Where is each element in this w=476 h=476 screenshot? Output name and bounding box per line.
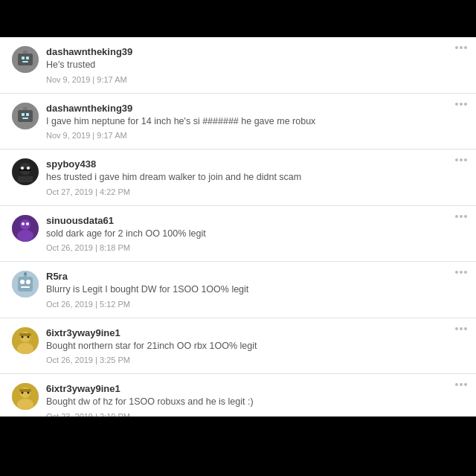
svg-rect-14 <box>19 169 31 171</box>
username: sinuousdata61 <box>46 215 464 226</box>
dot-3 <box>464 215 467 218</box>
svg-point-22 <box>26 222 29 225</box>
username: dashawntheking39 <box>46 103 464 114</box>
dot-2 <box>460 215 463 218</box>
more-options-button[interactable] <box>455 215 467 218</box>
svg-point-16 <box>21 167 24 170</box>
dot-3 <box>464 46 467 49</box>
svg-rect-3 <box>26 57 29 60</box>
comment-body: 6ixtr3yway9ine1 Bought dw of hz for 1SOO… <box>46 383 464 416</box>
comment-item: 6ixtr3yway9ine1 Bought dw of hz for 1SOO… <box>0 374 476 416</box>
timestamp: Oct 26, 2019 | 8:18 PM <box>46 243 464 252</box>
svg-rect-15 <box>18 176 33 182</box>
comment-body: sinuousdata61 sold dark age for 2 inch O… <box>46 215 464 253</box>
svg-point-34 <box>22 335 24 338</box>
svg-rect-27 <box>21 286 30 288</box>
dot-3 <box>464 103 467 106</box>
svg-point-20 <box>17 230 33 242</box>
comment-text: He's trusted <box>46 59 464 72</box>
more-options-button[interactable] <box>455 46 467 49</box>
dot-2 <box>460 327 463 330</box>
avatar <box>12 327 39 354</box>
comment-item: 6ixtr3yway9ine1 Bought northern star for… <box>0 318 476 375</box>
timestamp: Nov 9, 2019 | 9:17 AM <box>46 131 464 140</box>
comment-body: R5ra Blurry is Legit I bought DW for 1SO… <box>46 271 464 309</box>
timestamp: Oct 26, 2019 | 3:25 PM <box>46 356 464 364</box>
svg-rect-10 <box>22 118 28 119</box>
username: 6ixtr3yway9ine1 <box>46 383 464 394</box>
svg-point-19 <box>20 219 30 230</box>
svg-rect-8 <box>22 113 25 116</box>
timestamp: Oct 27, 2019 | 4:22 PM <box>46 187 464 196</box>
dot-2 <box>460 383 463 386</box>
svg-point-26 <box>26 280 30 284</box>
avatar <box>12 383 39 410</box>
dot-1 <box>455 327 458 330</box>
comment-body: dashawntheking39 He's trusted Nov 9, 201… <box>46 46 464 84</box>
svg-point-29 <box>24 272 27 275</box>
dot-2 <box>460 158 463 161</box>
comments-list: dashawntheking39 He's trusted Nov 9, 201… <box>0 37 476 416</box>
svg-point-41 <box>28 392 30 394</box>
svg-point-17 <box>27 167 30 170</box>
avatar <box>12 271 39 298</box>
svg-rect-1 <box>18 54 33 65</box>
dot-3 <box>464 271 467 274</box>
more-options-button[interactable] <box>455 271 467 274</box>
username: dashawntheking39 <box>46 46 464 57</box>
comment-text: Bought northern star for 21inch OO rbx 1… <box>46 340 464 353</box>
comment-body: spyboy438 hes trusted i gave him dream w… <box>46 158 464 196</box>
svg-point-40 <box>22 392 24 394</box>
svg-rect-33 <box>19 333 31 336</box>
avatar <box>12 158 39 185</box>
dot-2 <box>460 46 463 49</box>
username: spyboy438 <box>46 158 464 170</box>
dot-3 <box>464 158 467 161</box>
comment-text: sold dark age for 2 inch OO 100% legit <box>46 228 464 241</box>
dot-2 <box>460 271 463 274</box>
comment-item: dashawntheking39 He's trusted Nov 9, 201… <box>0 37 476 94</box>
svg-rect-39 <box>19 389 31 392</box>
more-options-button[interactable] <box>455 103 467 106</box>
comment-item: sinuousdata61 sold dark age for 2 inch O… <box>0 206 476 263</box>
avatar <box>12 215 39 242</box>
svg-rect-24 <box>18 277 33 292</box>
dot-2 <box>460 103 463 106</box>
dot-3 <box>464 383 467 386</box>
dot-1 <box>455 215 458 218</box>
username: R5ra <box>46 271 464 282</box>
svg-rect-9 <box>26 113 29 116</box>
svg-rect-4 <box>22 61 28 62</box>
comment-item: spyboy438 hes trusted i gave him dream w… <box>0 149 476 206</box>
avatar <box>12 103 39 129</box>
dot-1 <box>455 158 458 161</box>
svg-rect-2 <box>22 57 25 60</box>
comment-text: Bought dw of hz for 1SOO robuxs and he i… <box>46 396 464 409</box>
more-options-button[interactable] <box>455 383 467 386</box>
dot-1 <box>455 103 458 106</box>
comment-item: dashawntheking39 I gave him neptune for … <box>0 94 476 150</box>
dot-3 <box>464 327 467 330</box>
svg-point-35 <box>28 335 30 338</box>
dot-1 <box>455 383 458 386</box>
comment-body: 6ixtr3yway9ine1 Bought northern star for… <box>46 327 464 365</box>
svg-point-21 <box>22 222 25 225</box>
svg-point-25 <box>20 280 25 284</box>
more-options-button[interactable] <box>455 158 467 161</box>
comment-text: hes trusted i gave him dream walker to j… <box>46 171 464 184</box>
dot-1 <box>455 46 458 49</box>
comment-item: R5ra Blurry is Legit I bought DW for 1SO… <box>0 262 476 318</box>
timestamp: Nov 9, 2019 | 9:17 AM <box>46 75 464 84</box>
more-options-button[interactable] <box>455 327 467 330</box>
svg-rect-11 <box>23 107 28 110</box>
comment-text: I gave him neptune for 14 inch he's si #… <box>46 115 464 129</box>
avatar <box>12 46 39 73</box>
comment-body: dashawntheking39 I gave him neptune for … <box>46 103 464 141</box>
timestamp: Oct 23, 2019 | 2:19 PM <box>46 412 464 417</box>
timestamp: Oct 26, 2019 | 5:12 PM <box>46 300 464 309</box>
dot-1 <box>455 271 458 274</box>
comment-text: Blurry is Legit I bought DW for 1SOO 1OO… <box>46 283 464 297</box>
username: 6ixtr3yway9ine1 <box>46 327 464 338</box>
svg-rect-5 <box>23 51 28 54</box>
svg-rect-7 <box>18 110 33 122</box>
